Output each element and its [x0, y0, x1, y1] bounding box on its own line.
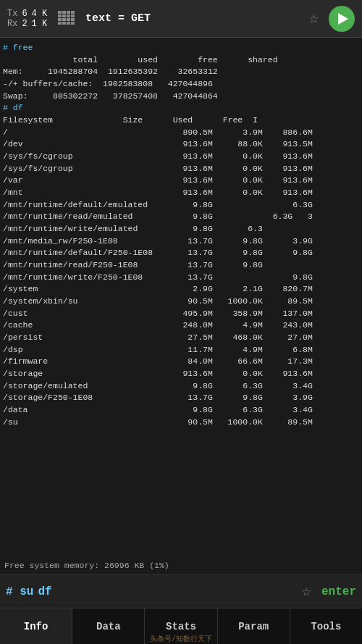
table-row: /dsp 11.7M 4.9M 6.8M [3, 344, 359, 356]
table-row: /mnt/runtime/default/emulated 9.8G 6.3G [3, 199, 359, 212]
grid-icon[interactable] [58, 11, 78, 27]
table-row: /sys/fs/cgroup 913.6M 0.0K 913.6M [3, 163, 359, 175]
command-input[interactable] [38, 585, 301, 598]
rx-value: 2 [22, 19, 27, 29]
table-row: /var 913.6M 0.0K 913.6M [3, 175, 359, 187]
table-row: /persist 27.5M 468.0K 27.0M [3, 332, 359, 344]
tx-label: Tx [7, 9, 17, 19]
table-row: /storage 913.6M 0.0K 913.6M [3, 368, 359, 380]
free-header: total used free shared [3, 54, 359, 67]
table-row: /mnt/runtime/read/F250-1E08 13.7G 9.8G [3, 259, 359, 272]
rx-bytes: 1 K [32, 19, 48, 29]
input-star-icon[interactable]: ☆ [302, 582, 311, 601]
table-row: /mnt/media_rw/F250-1E08 13.7G 9.8G 3.9G [3, 235, 359, 248]
table-row: /su 90.5M 1000.0K 89.5M [3, 417, 359, 429]
tab-tools[interactable]: Tools [290, 609, 362, 644]
df-header: Filesystem Size Used Free I [3, 114, 359, 127]
tab-info[interactable]: Info [0, 609, 72, 644]
table-row: /system 2.9G 2.1G 820.7M [3, 283, 359, 296]
table-row: /system/xbin/su 90.5M 1000.0K 89.5M [3, 296, 359, 308]
star-icon[interactable]: ☆ [309, 9, 319, 28]
table-row: /cache 248.0M 4.9M 243.0M [3, 319, 359, 332]
tab-bar: InfoDataStatsParamTools 头条号/知数行天下 [0, 608, 362, 644]
table-row: /firmware 84.0M 66.6M 17.3M [3, 356, 359, 368]
table-row: /storage/F250-1E08 13.7G 9.8G 3.9G [3, 392, 359, 404]
rx-label: Rx [7, 19, 17, 29]
table-row: /mnt/runtime/write/emulated 9.8G 6.3 [3, 223, 359, 235]
table-row: /cust 495.9M 358.9M 137.0M [3, 308, 359, 320]
cmd-free: # free [3, 42, 359, 54]
tab-data[interactable]: Data [72, 609, 145, 644]
tx-bytes: 4 K [32, 9, 48, 19]
toolbar: Tx 6 4 K Rx 2 1 K text = GET ☆ [0, 0, 362, 38]
table-row: /mnt 913.6M 0.0K 913.6M [3, 187, 359, 199]
text-label: text = GET [85, 12, 309, 25]
tx-value: 6 [22, 9, 27, 19]
table-row: /dev 913.6M 88.0K 913.5M [3, 138, 359, 151]
terminal-output: # free total used free shared Mem: 19452… [0, 38, 362, 558]
tab-param[interactable]: Param [218, 609, 290, 644]
tab-stats[interactable]: Stats [145, 609, 217, 644]
free-memory-bar: Free system memory: 26996 KB (1%) [0, 558, 362, 574]
free-memory-text: Free system memory: 26996 KB (1%) [4, 561, 169, 570]
table-row: /data 9.8G 6.3G 3.4G [3, 404, 359, 417]
table-row: / 890.5M 3.9M 886.6M [3, 127, 359, 139]
table-row: /mnt/runtime/write/F250-1E08 13.7G 9.8G [3, 272, 359, 284]
enter-button[interactable]: enter [321, 585, 356, 598]
table-row: /mnt/runtime/default/F250-1E08 13.7G 9.8… [3, 247, 359, 259]
table-row: /mnt/runtime/read/emulated 9.8G 6.3G 3 [3, 211, 359, 223]
free-buffers: -/+ buffers/cache: 1902583808 427044896 [3, 78, 359, 91]
tx-rx-stats: Tx 6 4 K Rx 2 1 K [7, 9, 51, 29]
run-button[interactable] [329, 6, 355, 32]
free-swap: Swap: 805302272 378257408 427044864 [3, 91, 359, 103]
table-row: /storage/emulated 9.8G 6.3G 3.4G [3, 380, 359, 393]
df-rows: / 890.5M 3.9M 886.6M/dev 913.6M 88.0K 91… [3, 127, 359, 429]
input-prompt: # su [6, 585, 33, 598]
table-row: /sys/fs/cgroup 913.6M 0.0K 913.6M [3, 151, 359, 163]
input-bar: # su ☆ enter [0, 574, 362, 608]
cmd-df: # df [3, 102, 359, 114]
free-mem: Mem: 1945288704 1912635392 32653312 [3, 66, 359, 78]
